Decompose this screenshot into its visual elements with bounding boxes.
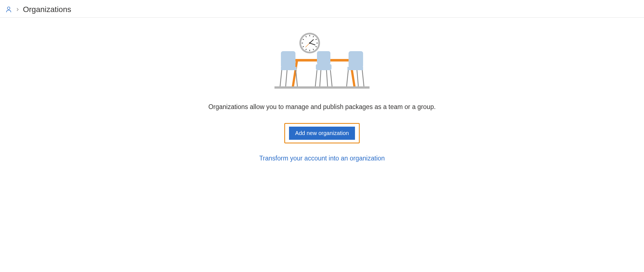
svg-line-32 xyxy=(320,70,321,86)
svg-line-37 xyxy=(362,70,364,86)
svg-line-36 xyxy=(347,70,348,86)
button-highlight-box: Add new organization xyxy=(284,123,360,143)
organizations-illustration xyxy=(272,31,372,90)
page-title: Organizations xyxy=(23,5,71,14)
svg-line-38 xyxy=(357,70,358,86)
svg-line-33 xyxy=(326,70,328,86)
svg-rect-34 xyxy=(349,51,363,68)
svg-rect-24 xyxy=(281,67,297,70)
svg-rect-29 xyxy=(317,51,330,65)
svg-point-0 xyxy=(7,7,10,10)
description-text: Organizations allow you to manage and pu… xyxy=(208,103,435,111)
svg-rect-28 xyxy=(316,64,332,70)
transform-account-link[interactable]: Transform your account into an organizat… xyxy=(259,155,385,162)
breadcrumb: Organizations xyxy=(0,0,644,18)
svg-line-26 xyxy=(296,70,297,86)
svg-line-27 xyxy=(286,70,287,86)
main-content: Organizations allow you to manage and pu… xyxy=(0,18,644,162)
svg-point-22 xyxy=(309,42,311,44)
svg-rect-35 xyxy=(347,67,363,70)
chevron-right-icon xyxy=(16,8,20,11)
svg-line-30 xyxy=(315,70,317,86)
add-new-organization-button[interactable]: Add new organization xyxy=(289,127,355,140)
svg-line-25 xyxy=(280,70,282,86)
svg-rect-23 xyxy=(281,51,295,68)
svg-line-31 xyxy=(330,70,332,86)
svg-rect-1 xyxy=(274,86,370,89)
person-icon[interactable] xyxy=(5,6,12,13)
